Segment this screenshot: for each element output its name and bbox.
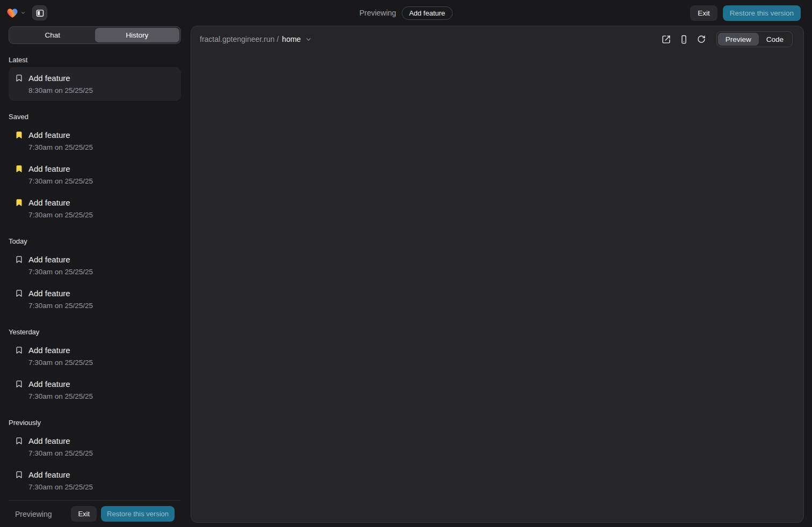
history-item[interactable]: Add feature 7:30am on 25/25/25 (9, 248, 181, 282)
mobile-view-button[interactable] (679, 35, 688, 44)
smartphone-icon (679, 35, 688, 44)
tab-history[interactable]: History (95, 28, 180, 42)
bookmark-icon (15, 131, 23, 139)
lovable-heart-icon (6, 8, 18, 18)
section-title: Yesterday (9, 328, 181, 336)
preview-header-actions: Preview Code (662, 31, 793, 47)
history-item[interactable]: Add feature 7:30am on 25/25/25 (9, 430, 181, 464)
history-section: Yesterday Add feature 7:30am on 25/25/25… (9, 328, 181, 407)
preview-url-selector[interactable]: fractal.gptengineer.run / home (200, 35, 312, 43)
preview-code-tab-group: Preview Code (716, 31, 793, 47)
tab-preview[interactable]: Preview (718, 33, 759, 46)
history-list[interactable]: Latest Add feature 8:30am on 25/25/25 Sa… (9, 44, 181, 500)
bookmark-icon (15, 380, 23, 388)
section-title: Saved (9, 113, 181, 121)
preview-header: fractal.gptengineer.run / home (191, 26, 803, 52)
exit-button[interactable]: Exit (71, 506, 97, 522)
history-item-title: Add feature (28, 288, 93, 299)
section-title: Previously (9, 419, 181, 427)
preview-url-prefix: fractal.gptengineer.run / (200, 35, 279, 43)
history-item-timestamp: 7:30am on 25/25/25 (28, 267, 93, 277)
history-item[interactable]: Add feature 7:30am on 25/25/25 (9, 282, 181, 316)
history-item-title: Add feature (28, 72, 93, 84)
section-items: Add feature 7:30am on 25/25/25 Add featu… (9, 430, 181, 497)
section-items: Add feature 8:30am on 25/25/25 (9, 67, 181, 101)
history-item-title: Add feature (28, 163, 93, 174)
previewing-status-label: Previewing (359, 9, 396, 17)
bookmark-icon (15, 437, 23, 445)
chevron-down-icon (305, 36, 312, 43)
refresh-icon (697, 35, 706, 43)
history-section: Latest Add feature 8:30am on 25/25/25 (9, 56, 181, 101)
sidebar-toggle-button[interactable] (32, 5, 47, 20)
tab-chat[interactable]: Chat (10, 28, 95, 42)
history-item-title: Add feature (28, 129, 93, 141)
history-sidebar: Chat History Latest Add feature 8:30am o… (0, 26, 181, 527)
history-item-title: Add feature (28, 254, 93, 265)
restore-version-button[interactable]: Restore this version (101, 506, 175, 522)
history-item[interactable]: Add feature 7:30am on 25/25/25 (9, 158, 181, 192)
history-item-title: Add feature (28, 435, 93, 447)
sidebar-footer: Previewing Exit Restore this version (9, 500, 181, 527)
history-item[interactable]: Add feature 7:30am on 25/25/25 (9, 192, 181, 225)
history-item[interactable]: Add feature 7:30am on 25/25/25 (9, 124, 181, 158)
bookmark-icon (15, 74, 23, 82)
bookmark-icon (15, 289, 23, 297)
history-item-title: Add feature (28, 469, 93, 480)
topbar: Previewing Add feature Exit Restore this… (0, 0, 812, 26)
section-items: Add feature 7:30am on 25/25/25 Add featu… (9, 339, 181, 407)
history-item-timestamp: 7:30am on 25/25/25 (28, 391, 93, 401)
section-items: Add feature 7:30am on 25/25/25 Add featu… (9, 248, 181, 316)
bookmark-icon (15, 255, 23, 264)
preview-panel: fractal.gptengineer.run / home (191, 26, 804, 523)
chevron-down-icon (20, 10, 26, 16)
preview-url-page: home (282, 35, 301, 43)
history-item-timestamp: 7:30am on 25/25/25 (28, 482, 93, 492)
history-section: Previously Add feature 7:30am on 25/25/2… (9, 419, 181, 497)
bookmark-icon (15, 346, 23, 354)
restore-version-button[interactable]: Restore this version (723, 5, 801, 21)
open-in-new-tab-button[interactable] (662, 35, 671, 44)
history-item-timestamp: 7:30am on 25/25/25 (28, 357, 93, 368)
history-item-timestamp: 7:30am on 25/25/25 (28, 142, 93, 152)
section-title: Today (9, 237, 181, 245)
history-item[interactable]: Add feature 7:30am on 25/25/25 (9, 373, 181, 407)
version-badge[interactable]: Add feature (402, 6, 453, 20)
exit-button[interactable]: Exit (690, 5, 717, 21)
history-item-title: Add feature (28, 345, 93, 356)
main-layout: Chat History Latest Add feature 8:30am o… (0, 26, 812, 527)
history-item-timestamp: 7:30am on 25/25/25 (28, 301, 93, 311)
history-item[interactable]: Add feature 8:30am on 25/25/25 (9, 67, 181, 101)
history-section: Saved Add feature 7:30am on 25/25/25 Add… (9, 113, 181, 225)
tab-code[interactable]: Code (759, 33, 791, 46)
history-section: Today Add feature 7:30am on 25/25/25 Add… (9, 237, 181, 316)
sidebar-tab-group: Chat History (9, 26, 181, 44)
bookmark-icon (15, 471, 23, 479)
history-item-title: Add feature (28, 378, 93, 390)
brand-menu[interactable] (6, 8, 26, 18)
history-item-timestamp: 7:30am on 25/25/25 (28, 210, 93, 220)
sidebar-panel-icon (35, 9, 45, 18)
section-title: Latest (9, 56, 181, 64)
external-link-icon (662, 35, 671, 44)
history-item-timestamp: 7:30am on 25/25/25 (28, 448, 93, 458)
history-item-title: Add feature (28, 197, 93, 208)
history-item[interactable]: Add feature 7:30am on 25/25/25 (9, 339, 181, 373)
section-items: Add feature 7:30am on 25/25/25 Add featu… (9, 124, 181, 225)
history-item-timestamp: 7:30am on 25/25/25 (28, 176, 93, 186)
history-item-timestamp: 8:30am on 25/25/25 (28, 85, 93, 96)
preview-iframe-area[interactable] (191, 52, 803, 522)
history-item[interactable]: Add feature 7:30am on 25/25/25 (9, 464, 181, 497)
bookmark-icon (15, 165, 23, 173)
previewing-status-label: Previewing (15, 510, 52, 518)
bookmark-icon (15, 199, 23, 207)
refresh-button[interactable] (697, 35, 706, 43)
